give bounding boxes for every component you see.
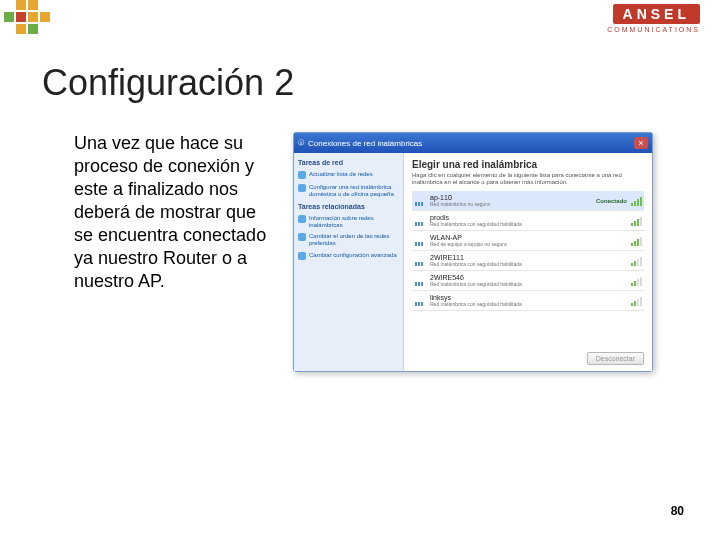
- close-icon[interactable]: ×: [634, 137, 648, 149]
- body-text: Una vez que hace su proceso de conexión …: [74, 132, 269, 372]
- sidebar-group1: Tareas de red: [298, 157, 399, 167]
- gear-icon: [298, 252, 306, 260]
- sidebar-item-advanced[interactable]: Cambiar configuración avanzada: [298, 251, 399, 261]
- embedded-screenshot: ⦾ Conexiones de red inalámbricas × Tarea…: [293, 132, 653, 372]
- network-item[interactable]: 2WIRE546Red inalámbrica con seguridad ha…: [412, 271, 644, 291]
- window-title: Conexiones de red inalámbricas: [308, 139, 422, 148]
- signal-icon: [631, 216, 642, 226]
- info-icon: [298, 215, 306, 223]
- window-body: Tareas de red Actualizar lista de redes …: [294, 153, 652, 371]
- sidebar-item-setup[interactable]: Configurar una red inalámbrica doméstica…: [298, 183, 399, 198]
- page-number: 80: [671, 504, 684, 518]
- slide-header: ANSEL COMMUNICATIONS: [0, 0, 720, 40]
- network-item[interactable]: 2WIRE111Red inalámbrica con seguridad ha…: [412, 251, 644, 271]
- sidebar: Tareas de red Actualizar lista de redes …: [294, 153, 404, 371]
- home-icon: [298, 184, 306, 192]
- pixel-logo: [0, 0, 60, 40]
- slide-title: Configuración 2: [42, 62, 720, 104]
- slide-content: Una vez que hace su proceso de conexión …: [74, 132, 720, 372]
- wifi-icon: [414, 216, 426, 226]
- wifi-icon: [414, 196, 426, 206]
- signal-icon: [631, 296, 642, 306]
- sidebar-item-refresh[interactable]: Actualizar lista de redes: [298, 170, 399, 180]
- brand-block: ANSEL COMMUNICATIONS: [607, 4, 700, 33]
- signal-icon: [631, 276, 642, 286]
- network-item[interactable]: ap-110Red inalámbrica no segura Conectad…: [412, 191, 644, 211]
- window-titlebar: ⦾ Conexiones de red inalámbricas ×: [294, 133, 652, 153]
- main-heading: Elegir una red inalámbrica: [412, 159, 644, 170]
- brand-name: ANSEL: [613, 4, 700, 24]
- sidebar-item-order[interactable]: Cambiar el orden de las redes preferidas: [298, 232, 399, 247]
- signal-icon: [631, 236, 642, 246]
- status-badge: Conectado: [596, 198, 627, 204]
- wifi-icon: [414, 296, 426, 306]
- wifi-icon: [414, 236, 426, 246]
- antenna-icon: ⦾: [298, 138, 304, 148]
- network-item[interactable]: linksysRed inalámbrica con seguridad hab…: [412, 291, 644, 311]
- signal-icon: [631, 196, 642, 206]
- main-panel: Elegir una red inalámbrica Haga clic en …: [404, 153, 652, 371]
- main-subtext: Haga clic en cualquier elemento de la si…: [412, 172, 644, 185]
- network-item[interactable]: prodisRed inalámbrica con seguridad habi…: [412, 211, 644, 231]
- network-list: ap-110Red inalámbrica no segura Conectad…: [412, 191, 644, 347]
- wifi-icon: [414, 256, 426, 266]
- wifi-icon: [414, 276, 426, 286]
- disconnect-button[interactable]: Desconectar: [587, 352, 644, 365]
- sidebar-item-info[interactable]: Información sobre redes inalámbricas: [298, 214, 399, 229]
- network-item[interactable]: WLAN-APRed de equipo a equipo no segura: [412, 231, 644, 251]
- sidebar-group2: Tareas relacionadas: [298, 201, 399, 211]
- brand-subtitle: COMMUNICATIONS: [607, 26, 700, 33]
- star-icon: [298, 233, 306, 241]
- signal-icon: [631, 256, 642, 266]
- refresh-icon: [298, 171, 306, 179]
